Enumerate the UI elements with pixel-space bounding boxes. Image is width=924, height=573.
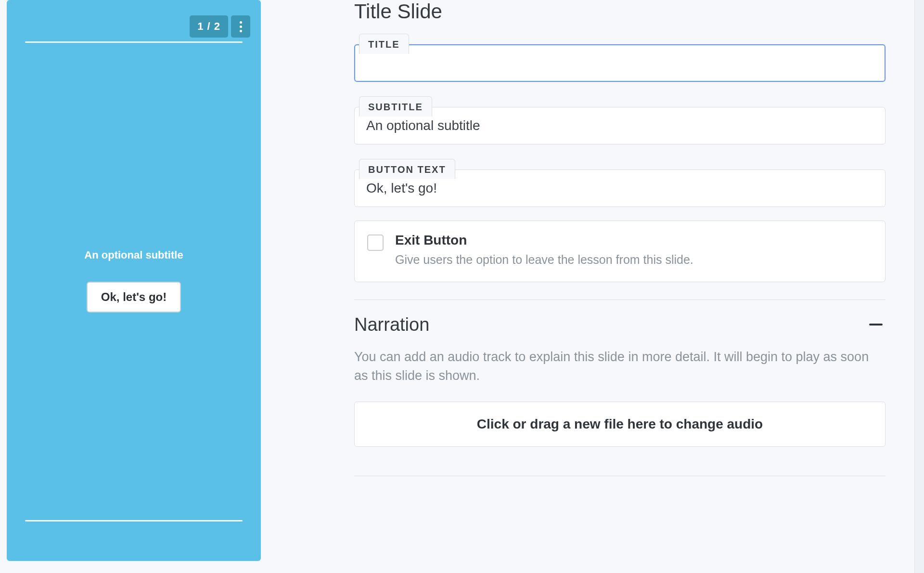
field-title: TITLE bbox=[354, 44, 886, 82]
preview-subtitle-text: An optional subtitle bbox=[84, 249, 183, 261]
editor-form-column: Title Slide TITLE SUBTITLE BUTTON TEXT E… bbox=[268, 0, 914, 573]
section-divider bbox=[354, 300, 886, 300]
title-input[interactable] bbox=[354, 44, 886, 82]
section-divider-2 bbox=[354, 476, 886, 476]
preview-bottom-rule bbox=[25, 520, 243, 521]
field-title-label: TITLE bbox=[359, 34, 409, 54]
preview-cta-button: Ok, let's go! bbox=[87, 282, 181, 313]
slide-preview: 1 / 2 An optional subtitle Ok, let's go! bbox=[7, 0, 261, 561]
exit-button-texts: Exit Button Give users the option to lea… bbox=[395, 233, 873, 268]
exit-button-card: Exit Button Give users the option to lea… bbox=[354, 221, 886, 282]
exit-button-description: Give users the option to leave the lesso… bbox=[395, 252, 873, 268]
field-subtitle-label: SUBTITLE bbox=[359, 96, 432, 117]
exit-button-checkbox[interactable] bbox=[367, 234, 384, 251]
exit-button-title: Exit Button bbox=[395, 233, 873, 248]
field-button-text-label: BUTTON TEXT bbox=[359, 159, 455, 179]
field-button-text: BUTTON TEXT bbox=[354, 169, 886, 207]
scrollbar[interactable] bbox=[914, 0, 924, 573]
minus-icon bbox=[869, 324, 883, 326]
narration-heading: Narration bbox=[354, 314, 429, 335]
field-subtitle: SUBTITLE bbox=[354, 107, 886, 144]
preview-content: An optional subtitle Ok, let's go! bbox=[7, 0, 261, 561]
subtitle-input[interactable] bbox=[354, 107, 886, 144]
narration-collapse-button[interactable] bbox=[866, 321, 886, 328]
panel-heading: Title Slide bbox=[354, 0, 886, 23]
preview-column: 1 / 2 An optional subtitle Ok, let's go! bbox=[0, 0, 268, 573]
audio-dropzone[interactable]: Click or drag a new file here to change … bbox=[354, 402, 886, 447]
narration-description: You can add an audio track to explain th… bbox=[354, 348, 874, 385]
narration-header: Narration bbox=[354, 314, 886, 335]
